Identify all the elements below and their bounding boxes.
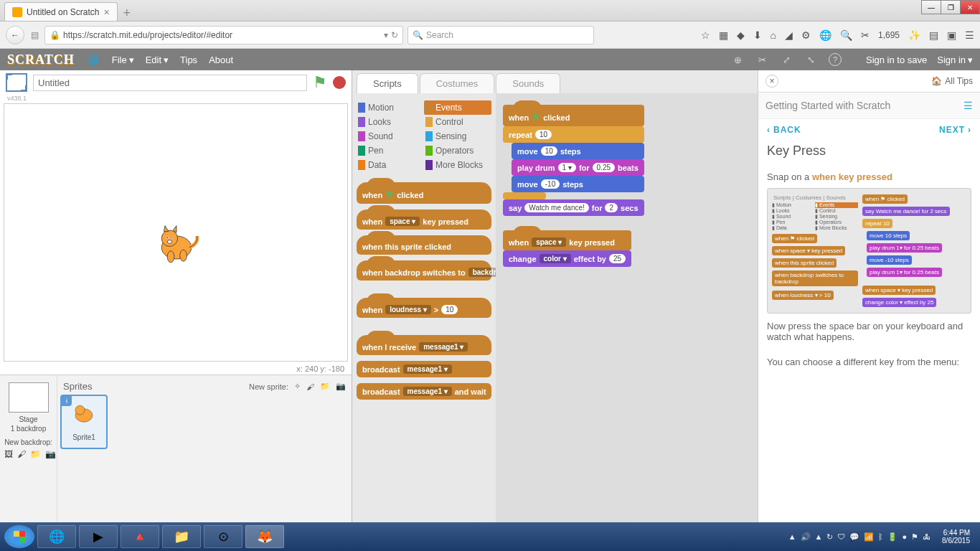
- reload-icon[interactable]: ↻: [391, 30, 398, 40]
- s1-move[interactable]: move 10 steps: [512, 143, 644, 159]
- block-broadcast-wait[interactable]: broadcast message1 ▾ and wait: [357, 383, 491, 400]
- task-firefox[interactable]: 🦊: [245, 525, 284, 548]
- start-button[interactable]: [4, 525, 34, 548]
- browser-tab[interactable]: Untitled on Scratch ×: [4, 2, 118, 21]
- cat-motion[interactable]: Motion: [357, 100, 424, 115]
- block-when-loudness[interactable]: when loudness ▾ > 10: [357, 298, 491, 318]
- s1-play-drum[interactable]: play drum 1 ▾ for 0.25 beats: [512, 159, 644, 176]
- s1-repeat-end[interactable]: [503, 192, 546, 199]
- s2-change-effect[interactable]: change color ▾ effect by 25: [503, 250, 631, 267]
- scissors-icon[interactable]: ✂: [861, 29, 870, 41]
- tips-close-icon[interactable]: ×: [765, 75, 778, 88]
- stop-button[interactable]: [333, 76, 346, 89]
- globe-icon[interactable]: 🌐: [819, 29, 831, 41]
- sprite-cat[interactable]: [148, 219, 205, 276]
- cat-events[interactable]: Events: [424, 100, 491, 115]
- block-when-flag-clicked[interactable]: when ⚑ clicked: [357, 182, 491, 204]
- globe-language-icon[interactable]: 🌐: [86, 52, 100, 67]
- s1-move2[interactable]: move -10 steps: [512, 176, 644, 192]
- minimize-button[interactable]: —: [921, 0, 941, 14]
- task-hp[interactable]: ⊙: [204, 525, 242, 548]
- sprite-info-button[interactable]: i: [62, 396, 72, 406]
- cat-control[interactable]: Control: [424, 115, 491, 129]
- task-explorer[interactable]: 📁: [162, 525, 201, 548]
- backdrop-paint-icon[interactable]: 🖌: [17, 449, 26, 459]
- tray-bluetooth-icon[interactable]: ᛒ: [878, 532, 883, 542]
- cat-sound[interactable]: Sound: [357, 129, 424, 143]
- sprite-library-icon[interactable]: ✧: [294, 382, 301, 391]
- menu-about[interactable]: About: [209, 55, 233, 65]
- tray-drive-icon[interactable]: ▲: [815, 532, 823, 542]
- gear-icon[interactable]: ⚙: [801, 29, 811, 41]
- task-media[interactable]: ▶: [79, 525, 118, 548]
- menu-icon[interactable]: ☰: [965, 29, 974, 41]
- wand-icon[interactable]: ✨: [908, 29, 920, 41]
- scratch-logo[interactable]: SCRATCH: [7, 52, 75, 67]
- shrink-icon[interactable]: ⤡: [804, 52, 819, 67]
- backdrop-upload-icon[interactable]: 📁: [30, 449, 41, 459]
- sprite-camera-icon[interactable]: 📷: [336, 382, 346, 391]
- backdrop-camera-icon[interactable]: 📷: [45, 449, 56, 459]
- all-tips-link[interactable]: 🏠 All Tips: [931, 76, 973, 86]
- download-icon[interactable]: ⬇: [753, 29, 762, 41]
- tips-next-button[interactable]: NEXT ›: [939, 125, 971, 135]
- menu-edit[interactable]: Edit ▾: [146, 55, 169, 65]
- fullscreen-button[interactable]: [6, 73, 27, 92]
- delete-icon[interactable]: ✂: [755, 52, 770, 67]
- close-button[interactable]: ✕: [960, 0, 980, 14]
- block-when-key-pressed[interactable]: when space ▾ key pressed: [357, 209, 491, 230]
- reader-icon[interactable]: ▤: [29, 30, 40, 40]
- cat-operators[interactable]: Operators: [424, 143, 491, 158]
- block-when-sprite-clicked[interactable]: when this sprite clicked: [357, 235, 491, 255]
- cat-data[interactable]: Data: [357, 158, 424, 172]
- tab-scripts[interactable]: Scripts: [357, 73, 418, 93]
- bookmark-count[interactable]: 1,695: [878, 30, 900, 40]
- help-icon[interactable]: ?: [829, 53, 842, 66]
- signin[interactable]: Sign in ▾: [937, 55, 973, 65]
- taskbar-clock[interactable]: 6:44 PM 8/6/2015: [936, 529, 976, 545]
- backdrop-library-icon[interactable]: 🖼: [4, 449, 13, 459]
- tab-close-icon[interactable]: ×: [103, 6, 109, 18]
- search-bar[interactable]: 🔍 Search: [407, 26, 594, 44]
- project-title-input[interactable]: [33, 75, 307, 91]
- tab-sounds[interactable]: Sounds: [496, 73, 560, 93]
- cat-more[interactable]: More Blocks: [424, 158, 491, 172]
- tray-sync-icon[interactable]: ↻: [826, 532, 833, 542]
- grow-icon[interactable]: ⤢: [780, 52, 794, 67]
- dev-icon[interactable]: ▣: [947, 29, 956, 41]
- menu-file[interactable]: File ▾: [112, 55, 134, 65]
- tray-signal-icon[interactable]: 📶: [864, 532, 874, 542]
- rss-icon[interactable]: ◢: [785, 29, 793, 41]
- url-bar[interactable]: 🔒 https://scratch.mit.edu/projects/edito…: [44, 26, 403, 44]
- star-icon[interactable]: ☆: [701, 29, 710, 41]
- block-when-backdrop-switches[interactable]: when backdrop switches to backdrop: [357, 260, 491, 281]
- zoom-icon[interactable]: 🔍: [840, 29, 852, 41]
- maximize-button[interactable]: ❐: [941, 0, 961, 14]
- dropdown-icon[interactable]: ▾: [384, 30, 388, 40]
- stage-thumbnail[interactable]: [9, 382, 49, 413]
- sprite-thumbnail[interactable]: i Sprite1: [60, 395, 108, 449]
- task-vlc[interactable]: 🔺: [121, 525, 159, 548]
- tray-flag-icon[interactable]: ⚑: [911, 532, 918, 542]
- clipboard-icon[interactable]: ▦: [719, 29, 728, 41]
- s2-when-key[interactable]: when space ▾ key pressed: [503, 230, 631, 250]
- tray-av-icon[interactable]: ●: [902, 532, 907, 542]
- extension-icon[interactable]: ◆: [737, 29, 745, 41]
- s1-repeat[interactable]: repeat 10: [503, 126, 644, 143]
- cat-pen[interactable]: Pen: [357, 143, 424, 158]
- tray-up-icon[interactable]: ▲: [788, 532, 796, 542]
- s1-say[interactable]: say Watch me dance! for 2 secs: [503, 199, 644, 216]
- back-button[interactable]: ←: [6, 26, 24, 44]
- signin-save[interactable]: Sign in to save: [866, 55, 927, 65]
- stage[interactable]: [4, 103, 348, 362]
- home-icon[interactable]: ⌂: [771, 29, 776, 41]
- s1-when-flag[interactable]: when ⚑ clicked: [503, 105, 644, 126]
- tray-shield-icon[interactable]: 🛡: [837, 532, 845, 542]
- cat-sensing[interactable]: Sensing: [424, 129, 491, 143]
- task-ie[interactable]: 🌐: [37, 525, 76, 548]
- sprite-paint-icon[interactable]: 🖌: [306, 382, 314, 391]
- tray-network-icon[interactable]: 🖧: [923, 532, 930, 542]
- tray-volume-icon[interactable]: 🔊: [801, 532, 811, 542]
- script-area[interactable]: when ⚑ clicked repeat 10 move 10 steps p…: [496, 93, 758, 522]
- tray-chat-icon[interactable]: 💬: [849, 532, 859, 542]
